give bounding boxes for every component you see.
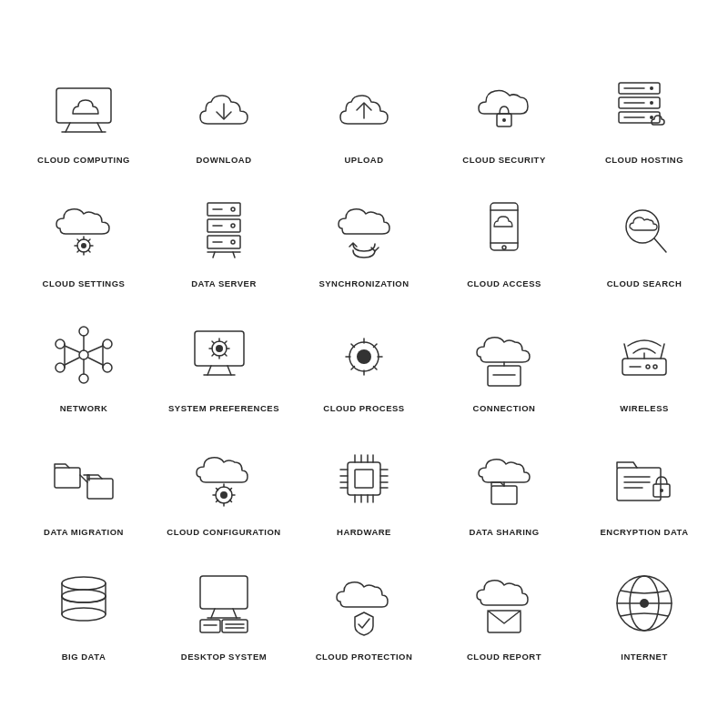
svg-rect-84 xyxy=(488,366,521,386)
icon-cell-cloud-settings: CLOUD SETTINGS xyxy=(18,182,149,297)
svg-line-31 xyxy=(213,252,215,258)
network-icon xyxy=(43,314,125,396)
upload-label: UPLOAD xyxy=(344,155,383,166)
svg-rect-108 xyxy=(355,470,373,488)
svg-line-106 xyxy=(229,489,231,490)
svg-rect-125 xyxy=(491,486,517,504)
cloud-process-label: CLOUD PROCESS xyxy=(323,403,404,414)
cloud-search-label: CLOUD SEARCH xyxy=(607,278,682,289)
connection-label: CONNECTION xyxy=(473,403,536,414)
cloud-computing-icon xyxy=(43,66,125,147)
svg-point-46 xyxy=(56,339,65,349)
download-label: DOWNLOAD xyxy=(197,155,252,166)
system-preferences-label: SYSTEM PREFERENCES xyxy=(168,403,279,414)
icon-cell-big-data: BIG DATA xyxy=(18,555,149,670)
svg-line-105 xyxy=(217,500,218,502)
icon-cell-cloud-protection: CLOUD PROTECTION xyxy=(298,555,430,670)
encryption-data-label: ENCRYPTION DATA xyxy=(600,527,688,538)
svg-line-44 xyxy=(654,238,666,252)
svg-line-32 xyxy=(233,252,235,258)
cloud-computing-label: CLOUD COMPUTING xyxy=(37,155,130,166)
network-label: NETWORK xyxy=(60,403,108,414)
internet-label: INTERNET xyxy=(621,652,668,662)
svg-point-12 xyxy=(650,101,653,105)
icon-cell-hardware: HARDWARE xyxy=(298,430,430,545)
svg-line-70 xyxy=(212,341,214,343)
svg-point-37 xyxy=(231,224,235,228)
big-data-label: BIG DATA xyxy=(62,652,106,662)
svg-rect-94 xyxy=(55,468,80,488)
svg-rect-0 xyxy=(56,88,111,123)
svg-point-18 xyxy=(81,243,86,248)
svg-rect-87 xyxy=(622,359,666,375)
cloud-protection-icon xyxy=(323,562,405,644)
wireless-icon xyxy=(603,314,685,396)
svg-point-49 xyxy=(103,363,112,372)
svg-rect-107 xyxy=(348,462,380,495)
synchronization-label: SYNCHRONIZATION xyxy=(318,278,409,289)
svg-point-38 xyxy=(231,240,235,244)
cloud-settings-icon xyxy=(43,189,125,271)
cloud-configuration-icon xyxy=(183,438,265,520)
cloud-hosting-label: CLOUD HOSTING xyxy=(605,155,683,166)
svg-line-26 xyxy=(88,239,90,241)
wireless-label: WIRELESS xyxy=(620,403,669,414)
svg-line-62 xyxy=(228,366,231,375)
svg-point-7 xyxy=(502,118,506,122)
svg-point-98 xyxy=(220,491,228,499)
icon-cell-data-server: DATA SERVER xyxy=(158,182,289,297)
svg-point-13 xyxy=(650,116,653,119)
svg-line-61 xyxy=(207,366,211,375)
hardware-icon xyxy=(323,438,405,520)
cloud-process-icon xyxy=(323,314,405,396)
svg-point-90 xyxy=(653,365,657,369)
cloud-protection-label: CLOUD PROTECTION xyxy=(316,652,413,662)
svg-line-2 xyxy=(97,123,102,132)
svg-rect-95 xyxy=(87,479,113,499)
svg-point-132 xyxy=(660,489,663,492)
svg-line-140 xyxy=(233,609,237,618)
icon-cell-wireless: WIRELESS xyxy=(579,307,710,421)
icon-cell-network: NETWORK xyxy=(18,307,149,421)
svg-line-71 xyxy=(225,354,227,356)
desktop-system-label: DESKTOP SYSTEM xyxy=(181,652,267,662)
cloud-security-label: CLOUD SECURITY xyxy=(462,155,545,166)
icon-cell-data-migration: DATA MIGRATION xyxy=(18,430,149,545)
data-server-label: DATA SERVER xyxy=(191,278,257,289)
big-data-icon xyxy=(43,562,125,644)
svg-point-48 xyxy=(56,363,65,372)
connection-icon xyxy=(463,314,545,396)
cloud-settings-label: CLOUD SETTINGS xyxy=(43,278,126,289)
svg-line-24 xyxy=(88,250,90,252)
icon-grid: CLOUD COMPUTING DOWNLOAD UPLOAD xyxy=(0,40,728,688)
synchronization-icon xyxy=(323,189,405,271)
cloud-access-label: CLOUD ACCESS xyxy=(467,278,541,289)
upload-icon xyxy=(323,66,405,147)
svg-point-42 xyxy=(502,246,506,249)
icon-cell-synchronization: SYNCHRONIZATION xyxy=(298,182,430,297)
icon-cell-system-preferences: SYSTEM PREFERENCES xyxy=(158,307,289,421)
cloud-security-icon xyxy=(463,66,545,147)
icon-cell-cloud-configuration: CLOUD CONFIGURATION xyxy=(158,430,289,545)
icon-cell-cloud-access: CLOUD ACCESS xyxy=(439,182,570,297)
desktop-system-icon xyxy=(183,562,265,644)
svg-line-56 xyxy=(65,358,79,365)
svg-line-1 xyxy=(66,123,70,132)
data-server-icon xyxy=(183,189,265,271)
svg-point-65 xyxy=(216,345,223,352)
svg-line-54 xyxy=(65,346,79,352)
icon-cell-cloud-process: CLOUD PROCESS xyxy=(298,307,430,421)
icon-cell-cloud-security: CLOUD SECURITY xyxy=(439,58,570,173)
svg-line-139 xyxy=(211,609,215,618)
icon-cell-cloud-hosting: CLOUD HOSTING xyxy=(579,58,710,173)
data-migration-label: DATA MIGRATION xyxy=(44,527,124,538)
cloud-report-icon xyxy=(463,562,545,644)
internet-icon xyxy=(603,562,685,644)
svg-point-45 xyxy=(79,350,88,359)
data-sharing-label: DATA SHARING xyxy=(469,527,539,538)
icon-cell-cloud-computing: CLOUD COMPUTING xyxy=(18,58,149,173)
svg-line-23 xyxy=(77,239,79,241)
svg-rect-143 xyxy=(222,620,248,632)
svg-line-57 xyxy=(88,358,103,365)
icon-cell-internet: INTERNET xyxy=(579,555,710,670)
